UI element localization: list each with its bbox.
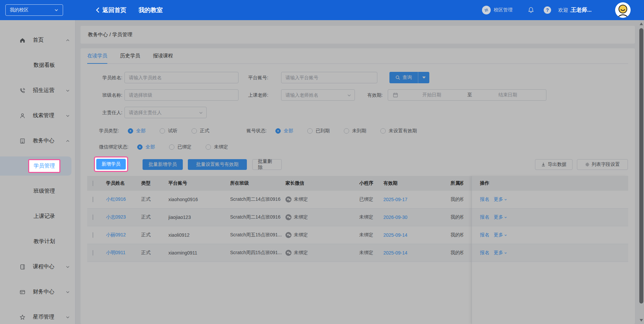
col-header-campus: 所属校区 <box>450 180 463 186</box>
sidebar-item-academic[interactable]: 教务中心 <box>0 128 75 153</box>
radio-student-type-trial[interactable]: 试听 <box>160 128 177 134</box>
validity-date-link[interactable]: 2025-09-14 <box>383 232 450 238</box>
scrollbar-thumb[interactable] <box>639 28 643 304</box>
enroll-link[interactable]: 报名 <box>480 232 489 238</box>
radio-icon <box>169 144 174 150</box>
sidebar-item-home[interactable]: 首页 <box>0 28 75 53</box>
owner-select-input[interactable] <box>129 110 202 115</box>
sidebar-item-records[interactable]: 上课记录 <box>0 204 75 229</box>
row-checkbox[interactable] <box>93 215 93 220</box>
sidebar-item-dashboard[interactable]: 数据看板 <box>0 53 75 78</box>
radio-student-type-all[interactable]: 全部 <box>128 128 146 134</box>
end-date-placeholder[interactable]: 结束日期 <box>474 92 542 98</box>
start-date-placeholder[interactable]: 开始日期 <box>398 92 466 98</box>
radio-account-status-expired[interactable]: 已到期 <box>307 128 330 134</box>
sidebar-item-recruit[interactable]: 招生运营 <box>0 78 75 103</box>
student-name-input[interactable] <box>129 75 234 80</box>
student-name-link[interactable]: 小志0923 <box>106 214 141 220</box>
platform-account-input[interactable] <box>285 75 373 80</box>
batch-delete-button[interactable]: 批量删除 <box>252 159 282 170</box>
radio-icon <box>206 144 211 150</box>
student-type-radio-group: 学员类型: 全部 试听 正式 <box>99 128 223 134</box>
platform-account-label: 平台账号: <box>245 72 268 83</box>
filter-row-3: 主责任人: <box>80 107 635 118</box>
export-data-button[interactable]: 导出数据 <box>535 159 573 170</box>
tab-history-students[interactable]: 历史学员 <box>120 48 140 64</box>
validity-date-link[interactable]: 2025-09-17 <box>383 197 450 202</box>
student-class: Scratch周二14点班0916 <box>230 214 285 220</box>
radio-account-status-all[interactable]: 全部 <box>275 128 293 134</box>
radio-wechat-all[interactable]: 全部 <box>137 144 155 150</box>
sidebar-item-leads[interactable]: 线索管理 <box>0 103 75 128</box>
chevron-down-icon <box>54 8 59 12</box>
campus-select[interactable]: 我的校区 <box>5 4 63 16</box>
enroll-link[interactable]: 报名 <box>480 250 489 256</box>
search-button[interactable]: 查询 <box>389 72 418 83</box>
vertical-scrollbar[interactable] <box>639 20 644 324</box>
campus-manage-button[interactable]: 校区管理 <box>482 0 513 20</box>
class-name-input[interactable] <box>129 92 234 98</box>
radio-wechat-bound[interactable]: 已绑定 <box>169 144 192 150</box>
validity-date-link[interactable]: 2026-09-30 <box>383 215 450 220</box>
caret-down-icon <box>422 77 426 79</box>
sidebar-item-starcoin[interactable]: 星币管理 <box>0 305 75 324</box>
teacher-select[interactable] <box>281 89 355 101</box>
search-dropdown-button[interactable] <box>418 72 429 83</box>
help-button[interactable]: ? <box>544 0 551 20</box>
fixed-operations-column: 操作 报名 更多 报名 更多 报名 更多 <box>472 176 628 324</box>
my-classroom-link[interactable]: 我的教室 <box>139 0 163 20</box>
enroll-link[interactable]: 报名 <box>480 196 489 202</box>
owner-select[interactable] <box>124 107 207 118</box>
radio-student-type-formal[interactable]: 正式 <box>192 128 209 134</box>
student-name-link[interactable]: 小明0911 <box>106 250 141 256</box>
building-icon <box>19 138 26 144</box>
radio-icon <box>275 128 281 134</box>
batch-add-button[interactable]: 批量新增学员 <box>143 159 183 170</box>
radio-wechat-unbound[interactable]: 未绑定 <box>206 144 228 150</box>
credit-card-icon <box>19 289 26 295</box>
more-dropdown[interactable]: 更多 <box>494 196 507 202</box>
student-class: Scratch周四15点班091... <box>230 250 285 256</box>
scroll-up-arrow-icon[interactable] <box>640 22 643 25</box>
validity-date-link[interactable]: 2025-09-14 <box>383 250 450 256</box>
add-student-button[interactable]: 新增学员 <box>96 159 126 170</box>
sidebar-item-plans[interactable]: 教学计划 <box>0 229 75 254</box>
more-dropdown[interactable]: 更多 <box>494 250 507 256</box>
radio-account-status-active[interactable]: 未到期 <box>344 128 366 134</box>
row-checkbox[interactable] <box>93 232 93 238</box>
swap-campus-icon <box>482 6 491 14</box>
wechat-icon <box>285 232 291 238</box>
batch-validity-button[interactable]: 批量设置账号有效期 <box>188 159 247 170</box>
student-name-link[interactable]: 小红0916 <box>106 196 141 202</box>
col-header-account: 平台账号 <box>168 180 230 186</box>
row-checkbox[interactable] <box>93 250 93 256</box>
more-dropdown[interactable]: 更多 <box>494 232 507 238</box>
class-name-label: 班级名称: <box>98 89 122 101</box>
more-dropdown[interactable]: 更多 <box>494 214 507 220</box>
sidebar-item-finance[interactable]: 财务中心 <box>0 279 75 305</box>
col-header-name: 学员姓名 <box>106 180 141 186</box>
tab-enrolled-courses[interactable]: 报读课程 <box>153 48 173 64</box>
enroll-link[interactable]: 报名 <box>480 214 489 220</box>
select-all-checkbox[interactable] <box>93 181 93 186</box>
row-checkbox[interactable] <box>93 197 93 202</box>
topbar: 我的校区 返回首页 我的教室 校区管理 ? 欢迎 , 王老师... <box>0 0 644 20</box>
teacher-select-input[interactable] <box>285 92 351 98</box>
radio-account-status-unset[interactable]: 未设置有效期 <box>380 128 417 134</box>
validity-date-range[interactable]: 开始日期 至 结束日期 <box>388 89 546 101</box>
radio-icon <box>137 144 143 150</box>
column-settings-button[interactable]: 列表字段设置 <box>577 159 628 170</box>
user-icon <box>19 112 26 119</box>
back-home-link[interactable]: 返回首页 <box>96 0 126 20</box>
tab-current-students[interactable]: 在读学员 <box>87 48 107 64</box>
student-name-link[interactable]: 小丽0912 <box>106 232 141 238</box>
avatar[interactable] <box>615 2 631 18</box>
radio-icon <box>192 128 197 134</box>
sidebar-item-students[interactable]: 学员管理 <box>0 153 75 179</box>
scroll-down-arrow-icon[interactable] <box>640 319 643 322</box>
col-header-type: 类型 <box>141 180 168 186</box>
notification-bell[interactable] <box>527 0 535 20</box>
sidebar-item-courses[interactable]: 课程中心 <box>0 254 75 279</box>
radio-icon <box>160 128 165 134</box>
sidebar-item-classes[interactable]: 班级管理 <box>0 179 75 204</box>
